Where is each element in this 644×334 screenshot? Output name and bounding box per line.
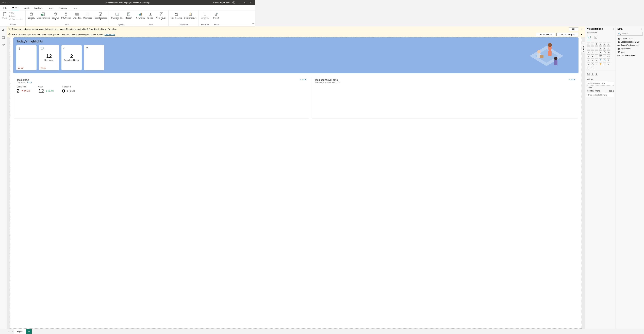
data-view-icon[interactable] <box>1 36 6 40</box>
target-icon: ◎ <box>18 47 35 50</box>
get-data-button[interactable]: Get data▾ <box>27 11 35 21</box>
redo-icon[interactable]: ↷ <box>9 2 10 4</box>
svg-point-14 <box>86 13 88 15</box>
undo-icon[interactable]: ↶ <box>6 2 7 4</box>
svg-rect-32 <box>204 13 206 16</box>
check-icon: ✓ <box>63 47 80 50</box>
clock-icon: 🕒 <box>40 47 58 50</box>
highlight-card[interactable]: 🕒 12 Due today 0 high <box>39 45 59 70</box>
close-button[interactable]: ✕ <box>248 2 254 4</box>
transform-data-button[interactable]: Transform data▾ <box>110 11 124 21</box>
ribbon-group-share: Publish Share <box>211 11 222 26</box>
data-hub-button[interactable]: Data hub▾ <box>51 11 60 21</box>
svg-rect-20 <box>140 14 140 16</box>
refresh-button[interactable]: Refresh <box>125 11 133 19</box>
learn-more-link[interactable]: Learn more <box>104 33 115 36</box>
report-view-icon[interactable] <box>1 28 6 32</box>
cut-button[interactable]: ✂Cut <box>9 12 24 14</box>
ribbon-group-clipboard: Paste ✂Cut ⧉Copy 🖌Format painter Clipboa… <box>0 11 26 26</box>
collapse-ribbon-icon[interactable]: ⌃ <box>252 23 254 26</box>
task-status-visual[interactable]: Task status Timeframe : Today ≡Filter Co… <box>14 76 255 119</box>
svg-rect-36 <box>3 29 4 31</box>
left-rail <box>0 27 7 132</box>
sensitivity-button[interactable]: Sensitivity▾ <box>200 11 210 21</box>
tab-help[interactable]: Help <box>72 6 78 10</box>
svg-rect-29 <box>176 13 176 14</box>
maximize-button[interactable]: ☐ <box>243 2 248 4</box>
tab-modeling[interactable]: Modeling <box>34 6 44 10</box>
card-footer-link[interactable]: 37 high <box>18 67 24 69</box>
svg-point-4 <box>30 13 32 14</box>
report-canvas[interactable]: Today's highlights ◎ 37 high 🕒 12 Due to… <box>10 37 255 132</box>
kpi-canceled: Canceled 0 ▲ (Blank) <box>62 86 76 94</box>
new-visual-button[interactable]: New visual <box>136 11 146 19</box>
svg-point-15 <box>87 13 89 15</box>
svg-rect-30 <box>176 13 176 14</box>
menu-tabs: File Home Insert Modeling View Optimize … <box>0 6 255 11</box>
svg-rect-41 <box>2 44 3 45</box>
trend-down-icon: ▼ -50.0% <box>21 90 30 92</box>
sql-server-button[interactable]: SQL Server <box>60 11 72 19</box>
svg-rect-34 <box>216 14 216 16</box>
tab-home[interactable]: Home <box>12 5 19 10</box>
excel-workbook-button[interactable]: XExcel workbook <box>36 11 50 19</box>
more-visuals-button[interactable]: More visuals▾ <box>156 11 167 21</box>
svg-rect-35 <box>2 30 3 31</box>
text-box-button[interactable]: AText box <box>146 11 155 19</box>
svg-rect-18 <box>116 13 119 15</box>
svg-rect-43 <box>3 45 4 46</box>
svg-rect-25 <box>160 13 161 14</box>
tab-optimize[interactable]: Optimize <box>58 6 68 10</box>
main-canvas-area: ⓘ This report contains a custom visual t… <box>7 27 255 132</box>
ribbon-group-sensitivity: Sensitivity▾ Sensitivity <box>199 11 211 26</box>
todays-highlights-visual[interactable]: Today's highlights ◎ 37 high 🕒 12 Due to… <box>13 38 255 73</box>
pause-visuals-banner: ⓘ Tip: To make multiple edits fast, paus… <box>7 32 255 37</box>
dataverse-button[interactable]: Dataverse <box>83 11 92 19</box>
trend-up-icon: ▲ 71.4% <box>46 90 54 92</box>
svg-rect-21 <box>140 14 141 16</box>
svg-text:A: A <box>150 13 151 15</box>
ribbon: Paste ✂Cut ⧉Copy 🖌Format painter Clipboa… <box>0 11 255 27</box>
window-title: Retail summary store ops (2) - Power BI … <box>106 2 150 4</box>
ribbon-group-queries: Transform data▾ Refresh Queries <box>109 11 134 26</box>
account-label[interactable]: RetailAuroraCIPool <box>213 2 230 4</box>
svg-rect-22 <box>141 13 142 16</box>
svg-rect-42 <box>4 44 4 45</box>
tab-file[interactable]: File <box>3 6 8 10</box>
kpi-completed: Completed 2 ▼ -50.0% <box>17 86 30 94</box>
highlight-card[interactable]: ✓ 2 Completed today <box>62 45 82 70</box>
svg-point-1 <box>233 2 234 2</box>
save-icon[interactable]: 🖫 <box>2 2 4 4</box>
svg-point-8 <box>54 13 56 14</box>
copy-button[interactable]: ⧉Copy <box>9 15 24 18</box>
timer-icon: ⏱ <box>86 47 102 50</box>
account-icon[interactable] <box>232 1 235 5</box>
paste-button[interactable]: Paste <box>1 11 8 19</box>
ribbon-group-calculations: New measure Quick measure Calculations <box>168 11 199 26</box>
svg-rect-38 <box>2 37 4 39</box>
recent-sources-button[interactable]: Recent sources▾ <box>93 11 107 21</box>
tab-view[interactable]: View <box>48 6 54 10</box>
minimize-button[interactable]: — <box>237 2 242 4</box>
new-measure-button[interactable]: New measure <box>170 11 183 19</box>
timeframe-link[interactable]: Today <box>27 81 32 83</box>
svg-rect-19 <box>128 13 130 16</box>
svg-rect-27 <box>160 14 161 16</box>
svg-rect-37 <box>4 30 4 31</box>
highlight-card[interactable]: ◎ 37 high <box>16 45 36 70</box>
tab-insert[interactable]: Insert <box>23 6 30 10</box>
format-painter-button[interactable]: 🖌Format painter <box>9 18 24 21</box>
info-icon: ⓘ <box>8 28 10 31</box>
card-footer-link[interactable]: 0 high <box>40 67 46 69</box>
svg-point-9 <box>65 13 67 14</box>
svg-rect-10 <box>76 13 79 15</box>
enter-data-button[interactable]: Enter data <box>72 11 82 19</box>
publish-button[interactable]: Publish <box>213 11 220 19</box>
svg-text:X: X <box>42 14 43 16</box>
svg-rect-33 <box>215 14 216 16</box>
model-view-icon[interactable] <box>1 43 6 47</box>
highlight-card[interactable]: ⏱ <box>84 45 104 70</box>
kpi-open: Open 12 ▲ 71.4% <box>38 86 54 94</box>
ribbon-group-insert: New visual AText box More visuals▾ Inser… <box>134 11 169 26</box>
quick-measure-button[interactable]: Quick measure <box>183 11 197 19</box>
